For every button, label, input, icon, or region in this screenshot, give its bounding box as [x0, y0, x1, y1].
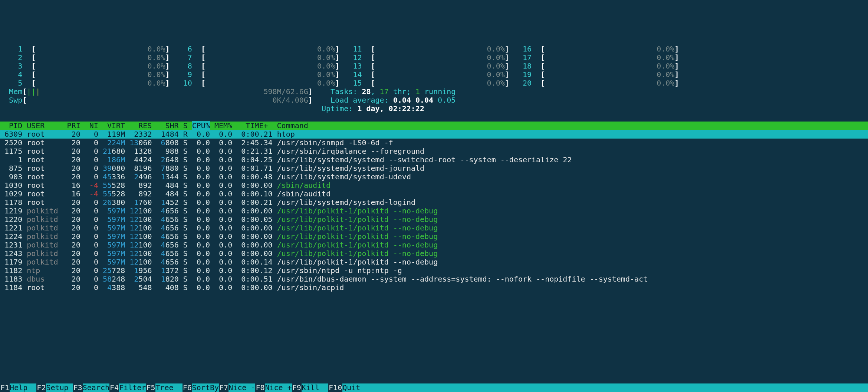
ni: 0 [89, 206, 98, 215]
ni: 0 [89, 155, 98, 164]
cpu-percent: 0.0% [143, 70, 165, 79]
cpu-meter: 16 [518, 44, 540, 53]
process-row[interactable]: 1224 polkitd 20 0 597M 12100 4656 S 0.0 … [0, 232, 868, 241]
state: S [183, 283, 188, 292]
fkey-label-F6[interactable]: SortBy [192, 383, 219, 392]
ni: 0 [89, 266, 98, 275]
sort-column[interactable]: CPU% [192, 121, 210, 130]
cpu-meter: 8 [179, 62, 201, 70]
shr: 1452 [157, 198, 179, 207]
shr: 4656 [157, 240, 179, 249]
shr: 4656 [157, 223, 179, 232]
cpu-pct: 0.0 [192, 232, 210, 241]
process-row[interactable]: 1221 polkitd 20 0 597M 12100 4656 S 0.0 … [0, 224, 868, 232]
time: 0:04.25 [237, 155, 272, 164]
mem-pct: 0.0 [214, 223, 232, 232]
shr: 4656 [157, 258, 179, 266]
shr: 6808 [157, 138, 179, 147]
user: root [27, 172, 62, 181]
cpu-pct: 0.0 [192, 275, 210, 283]
uptime-row: Uptime: 1 day, 02:22:22 [0, 104, 868, 113]
pid: 1175 [0, 147, 22, 156]
res: 12100 [129, 215, 152, 224]
fkey-F2: F2 [36, 383, 46, 392]
cpu-percent: 0.0% [652, 62, 674, 70]
cpu-row: 5 [ 0.0%] 10 [ 0.0%] 15 [ 0.0%] 20 [ 0.0… [0, 79, 868, 87]
process-row[interactable]: 1030 root 16 -4 55528 892 484 S 0.0 0.0 … [0, 181, 868, 190]
cpu-percent: 0.0% [313, 70, 335, 79]
cpu-meter: 3 [9, 62, 31, 70]
user: polkitd [27, 215, 62, 224]
command: /usr/sbin/ntpd -u ntp:ntp -g [277, 266, 402, 275]
pid: 6309 [0, 130, 22, 139]
pid: 2520 [0, 138, 22, 147]
res: 2504 [129, 275, 152, 283]
cpu-percent: 0.0% [483, 44, 505, 53]
fkey-label-F1[interactable]: Help [10, 383, 36, 392]
ni: 0 [89, 240, 98, 249]
fkey-label-F5[interactable]: Tree [155, 383, 182, 392]
process-row[interactable]: 903 root 20 0 45336 2496 1344 S 0.0 0.0 … [0, 173, 868, 181]
process-row[interactable]: 1220 polkitd 20 0 597M 12100 4656 S 0.0 … [0, 215, 868, 224]
cpu-pct: 0.0 [192, 189, 210, 198]
command: /sbin/auditd [277, 189, 331, 198]
state: S [183, 206, 188, 215]
shr: 2648 [157, 155, 179, 164]
state: S [183, 198, 188, 207]
shr: 484 [157, 189, 179, 198]
mem-value: 598M/62.6G [263, 87, 308, 96]
fkey-label-F4[interactable]: Filter [119, 383, 146, 392]
process-row-selected[interactable]: 6309 root 20 0 119M 2332 1484 R 0.0 0.0 … [0, 130, 868, 139]
process-row[interactable]: 1231 polkitd 20 0 597M 12100 4656 S 0.0 … [0, 241, 868, 249]
command: htop [277, 130, 295, 139]
pri: 20 [67, 155, 80, 164]
cpu-row: 2 [ 0.0%] 7 [ 0.0%] 12 [ 0.0%] 17 [ 0.0%… [0, 53, 868, 62]
fkey-label-F3[interactable]: Search [83, 383, 109, 392]
command: /usr/sbin/snmpd -LS0-6d -f [277, 138, 393, 147]
user: root [27, 130, 62, 139]
process-row[interactable]: 1178 root 20 0 26380 1760 1452 S 0.0 0.0… [0, 198, 868, 207]
process-row[interactable]: 1182 ntp 20 0 25728 1956 1372 S 0.0 0.0 … [0, 266, 868, 275]
cpu-pct: 0.0 [192, 258, 210, 266]
state: S [183, 258, 188, 266]
time: 0:00.00 [237, 206, 272, 215]
process-row[interactable]: 1029 root 16 -4 55528 892 484 S 0.0 0.0 … [0, 190, 868, 198]
mem-pct: 0.0 [214, 155, 232, 164]
process-row[interactable]: 1243 polkitd 20 0 597M 12100 4656 S 0.0 … [0, 249, 868, 258]
process-row[interactable]: 1 root 20 0 186M 4424 2648 S 0.0 0.0 0:0… [0, 156, 868, 164]
pid: 1029 [0, 189, 22, 198]
process-row[interactable]: 1179 polkitd 20 0 597M 12100 4656 S 0.0 … [0, 258, 868, 266]
command: /usr/lib/polkit-1/polkitd --no-debug [277, 232, 438, 241]
process-row[interactable]: 1175 root 20 0 21680 1328 988 S 0.0 0.0 … [0, 147, 868, 156]
fkey-label-F9[interactable]: Kill [302, 383, 328, 392]
virt: 39080 [103, 164, 125, 173]
cpu-percent: 0.0% [313, 53, 335, 62]
virt: 597M [103, 206, 125, 215]
cpu-pct: 0.0 [192, 155, 210, 164]
shr: 4656 [157, 215, 179, 224]
process-row[interactable]: 875 root 20 0 39080 8196 7880 S 0.0 0.0 … [0, 164, 868, 173]
fkey-label-F10[interactable]: Quit [342, 383, 369, 392]
state: S [183, 249, 188, 258]
fkey-label-F8[interactable]: Nice + [265, 383, 292, 392]
process-row[interactable]: 1183 dbus 20 0 58248 2504 1820 S 0.0 0.0… [0, 275, 868, 283]
fkey-label-F7[interactable]: Nice - [228, 383, 255, 392]
fkey-label-F2[interactable]: Setup [46, 383, 73, 392]
process-row[interactable]: 2520 root 20 0 224M 13060 6808 S 0.0 0.0… [0, 139, 868, 147]
state: S [183, 275, 188, 283]
shr: 1820 [157, 275, 179, 283]
cpu-pct: 0.0 [192, 266, 210, 275]
pid: 903 [0, 172, 22, 181]
process-row[interactable]: 1219 polkitd 20 0 597M 12100 4656 S 0.0 … [0, 207, 868, 215]
res: 12100 [129, 206, 152, 215]
process-row[interactable]: 1184 root 20 0 4388 548 408 S 0.0 0.0 0:… [0, 283, 868, 292]
cpu-percent: 0.0% [143, 79, 165, 87]
pid: 1224 [0, 232, 22, 241]
pri: 20 [67, 198, 80, 207]
fkey-F5: F5 [146, 383, 155, 392]
cpu-meter: 4 [9, 70, 31, 79]
mem-pct: 0.0 [214, 138, 232, 147]
shr: 1372 [157, 266, 179, 275]
command: /usr/lib/polkit-1/polkitd --no-debug [277, 258, 438, 266]
process-header[interactable]: PID USER PRI NI VIRT RES SHR S CPU% MEM%… [0, 122, 868, 130]
